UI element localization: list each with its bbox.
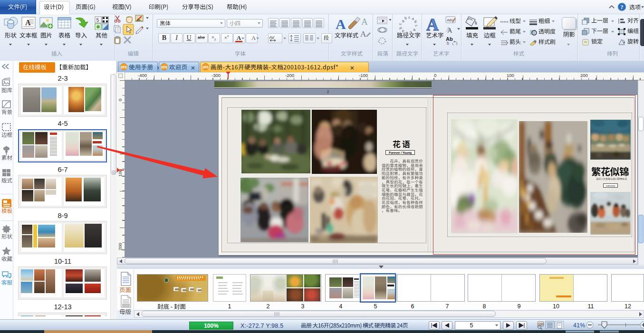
svg-text:c: c xyxy=(408,16,410,19)
svg-text:a: a xyxy=(411,16,415,21)
svg-text:?: ? xyxy=(621,4,624,10)
svg-text:c: c xyxy=(398,23,403,26)
svg-text:5: 5 xyxy=(96,17,99,23)
svg-text:DPS: DPS xyxy=(161,66,168,69)
svg-text:b: b xyxy=(413,19,418,24)
svg-text:A: A xyxy=(360,29,366,38)
svg-text:DPS: DPS xyxy=(202,66,209,69)
svg-text:b: b xyxy=(447,41,449,45)
svg-text:b: b xyxy=(404,16,407,20)
svg-text:A: A xyxy=(426,15,439,33)
svg-text:b: b xyxy=(398,26,403,30)
svg-text:a: a xyxy=(412,28,417,32)
svg-text:A: A xyxy=(336,16,346,32)
svg-text:A: A xyxy=(361,17,368,27)
svg-text:DPS: DPS xyxy=(121,66,127,69)
svg-text:A: A xyxy=(447,27,452,34)
svg-text:AV: AV xyxy=(269,35,274,40)
svg-text:c: c xyxy=(414,24,419,27)
